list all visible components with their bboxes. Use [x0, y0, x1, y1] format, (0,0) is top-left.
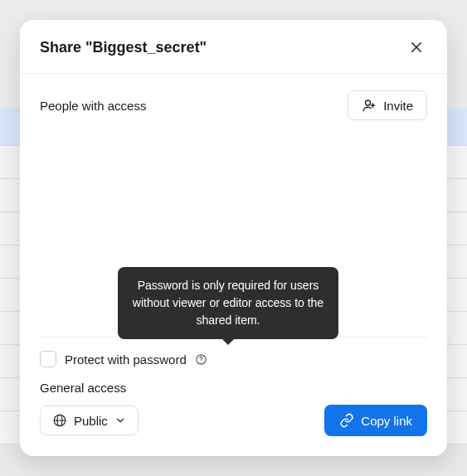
chevron-down-icon	[114, 415, 126, 426]
link-icon	[339, 413, 354, 428]
copy-link-label: Copy link	[361, 414, 412, 428]
modal-title: Share "Biggest_secret"	[40, 39, 207, 56]
svg-point-6	[201, 362, 202, 362]
globe-icon	[52, 413, 67, 428]
invite-label: Invite	[383, 99, 413, 113]
copy-link-button[interactable]: Copy link	[324, 405, 427, 436]
person-plus-icon	[362, 98, 377, 113]
password-tooltip: Password is only required for users with…	[118, 267, 338, 339]
question-mark-circle-icon	[195, 353, 207, 366]
protect-row: Password is only required for users with…	[20, 338, 447, 377]
visibility-dropdown[interactable]: Public	[40, 406, 139, 435]
modal-header: Share "Biggest_secret"	[20, 20, 447, 74]
help-button[interactable]	[195, 352, 208, 366]
people-with-access-label: People with access	[40, 99, 146, 113]
people-section: People with access Invite	[20, 74, 447, 137]
invite-button[interactable]: Invite	[348, 90, 427, 120]
close-button[interactable]	[406, 36, 427, 58]
visibility-label: Public	[74, 414, 108, 428]
general-access-section: General access Public Copy link	[20, 377, 447, 456]
svg-point-2	[366, 100, 371, 105]
general-access-label: General access	[40, 381, 427, 395]
protect-password-checkbox[interactable]	[40, 351, 56, 367]
protect-password-label: Protect with password	[65, 352, 187, 367]
share-modal: Share "Biggest_secret" People with acces…	[20, 20, 447, 456]
close-icon	[409, 40, 424, 55]
